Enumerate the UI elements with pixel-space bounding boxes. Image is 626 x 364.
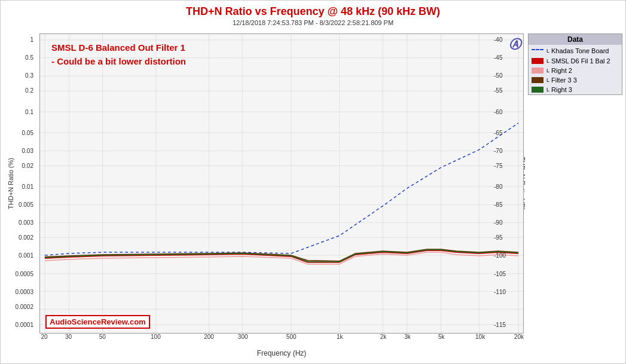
y-tick-right: -55 <box>494 87 502 94</box>
x-tick: 300 <box>238 334 248 340</box>
legend-title: Data <box>529 34 622 45</box>
legend-item-label: SMSL D6 Fil 1 Bal 2 <box>551 57 610 65</box>
y-tick-left: 0.02 <box>22 162 33 169</box>
y-tick-right: -70 <box>494 147 502 154</box>
y-tick-right: -45 <box>494 54 502 61</box>
y-tick-left: 0.2 <box>25 87 33 94</box>
legend-color-swatch <box>532 68 543 74</box>
y-tick-left: 1 <box>30 36 33 43</box>
legend-item: LFilter 3 3 <box>529 75 622 85</box>
x-axis-label: Frequency (Hz) <box>39 349 524 357</box>
y-tick-right: -40 <box>494 36 502 43</box>
y-tick-left: 0.1 <box>25 108 33 115</box>
y-tick-right: -90 <box>494 219 502 226</box>
y-ticks-left: 10.50.30.20.10.050.030.020.010.0050.0030… <box>1 33 36 334</box>
y-tick-right: -65 <box>494 129 502 136</box>
y-tick-right: -110 <box>494 288 506 295</box>
x-tick: 20k <box>514 334 524 340</box>
annotation-line2: - Could be a bit lower distortion <box>51 55 186 69</box>
y-ticks-right: -40-45-50-55-60-65-70-75-80-85-90-95-100… <box>491 33 527 334</box>
x-tick: 20 <box>41 334 48 340</box>
legend-box: Data LKhadas Tone BoardLSMSL D6 Fil 1 Ba… <box>528 33 622 95</box>
y-tick-left: 0.002 <box>19 234 33 241</box>
y-tick-left: 0.0002 <box>15 303 33 310</box>
y-tick-left: 0.5 <box>25 54 33 61</box>
annotation-line1: SMSL D-6 Balanced Out Filter 1 <box>51 41 186 55</box>
y-tick-right: -95 <box>494 234 502 241</box>
chart-container: THD+N Ratio vs Frequency @ 48 kHz (90 kH… <box>0 0 626 364</box>
legend-item-label: Filter 3 3 <box>551 77 577 84</box>
x-tick: 3k <box>404 334 411 340</box>
x-tick: 100 <box>151 334 161 340</box>
y-tick-right: -50 <box>494 72 502 79</box>
x-tick: 5k <box>438 334 445 340</box>
y-tick-right: -115 <box>494 321 506 328</box>
legend-item: LSMSL D6 Fil 1 Bal 2 <box>529 56 622 66</box>
legend-item-label: Right 2 <box>551 67 572 74</box>
y-tick-left: 0.001 <box>19 252 33 259</box>
chart-plot-area <box>39 33 524 334</box>
legend-item-label: Khadas Tone Board <box>551 47 609 54</box>
y-tick-left: 0.003 <box>19 219 33 226</box>
y-tick-right: -105 <box>494 270 506 277</box>
x-tick: 500 <box>286 334 297 340</box>
legend-color-swatch <box>532 87 543 93</box>
y-tick-left: 0.05 <box>22 129 33 136</box>
x-tick: 2k <box>380 334 387 340</box>
legend-color-swatch <box>532 58 543 64</box>
y-tick-left: 0.0003 <box>15 288 33 295</box>
legend-item: LRight 2 <box>529 66 622 75</box>
chart-subtitle: 12/18/2018 7:24:53.783 PM - 8/3/2022 2:5… <box>1 19 625 26</box>
y-tick-right: -85 <box>494 201 502 208</box>
x-tick: 200 <box>204 334 214 340</box>
y-tick-left: 0.0001 <box>15 321 33 328</box>
y-tick-left: 0.0005 <box>15 270 33 277</box>
annotation-text: SMSL D-6 Balanced Out Filter 1 - Could b… <box>51 41 186 68</box>
legend-color-swatch <box>532 49 543 55</box>
x-tick: 10k <box>475 334 485 340</box>
y-tick-right: -80 <box>494 183 502 190</box>
y-tick-right: -60 <box>494 108 502 115</box>
y-tick-left: 0.3 <box>25 72 33 79</box>
legend-item: LRight 3 <box>529 85 622 94</box>
y-tick-left: 0.03 <box>22 147 33 154</box>
x-tick: 50 <box>99 334 106 340</box>
x-ticks: 2030501002003005001k2k3k5k10k20k <box>39 334 524 345</box>
x-tick: 1k <box>337 334 343 340</box>
legend-item-label: Right 3 <box>551 86 572 93</box>
legend-item: LKhadas Tone Board <box>529 45 622 56</box>
y-tick-right: -75 <box>494 162 502 169</box>
x-tick: 30 <box>65 334 72 340</box>
y-tick-left: 0.005 <box>19 201 33 208</box>
y-tick-left: 0.01 <box>22 183 33 190</box>
watermark: AudioScienceReview.com <box>45 315 150 329</box>
y-tick-right: -100 <box>494 252 506 259</box>
chart-title: THD+N Ratio vs Frequency @ 48 kHz (90 kH… <box>1 1 625 18</box>
legend-color-swatch <box>532 77 543 83</box>
